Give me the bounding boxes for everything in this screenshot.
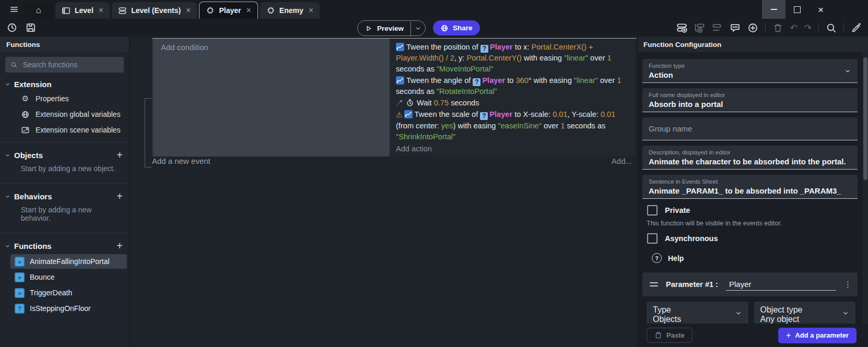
behaviors-empty-text: Start by adding a new behavior. bbox=[0, 204, 129, 229]
add-more-button[interactable]: Add... bbox=[612, 157, 632, 165]
private-checkbox[interactable] bbox=[647, 205, 658, 216]
section-objects[interactable]: Objects + bbox=[0, 149, 129, 162]
drag-handle-icon[interactable] bbox=[650, 282, 658, 286]
tab-level[interactable]: Level× bbox=[55, 2, 110, 19]
function-item-issteppingonfloor[interactable]: ?IsSteppingOnFloor bbox=[10, 301, 127, 316]
add-condition-button[interactable]: Add condition bbox=[161, 43, 208, 52]
tab-strip: Level×Level (Events)×Player×Enemy× bbox=[55, 2, 322, 19]
field-value: Action bbox=[649, 70, 851, 79]
add-behavior-button[interactable]: + bbox=[116, 191, 123, 201]
add-object-button[interactable]: + bbox=[116, 150, 123, 160]
add-circle-icon[interactable] bbox=[747, 22, 758, 33]
conditions-column[interactable]: Add condition bbox=[152, 39, 390, 157]
tab-home[interactable]: ⌂ bbox=[24, 2, 53, 19]
section-extension[interactable]: Extension bbox=[0, 79, 129, 91]
description-field[interactable]: Description, displayed in editor Animate… bbox=[642, 146, 858, 170]
field-value: Animate _PARAM1_ to be absorbed into _PA… bbox=[649, 186, 851, 195]
redo-icon[interactable]: ↷ bbox=[804, 23, 812, 32]
search-icon bbox=[10, 61, 17, 69]
event-action[interactable]: ⚠Tween the scale of ?Player to X-scale: … bbox=[396, 109, 629, 142]
type-select[interactable]: Type Objects bbox=[647, 302, 748, 324]
kebab-menu-icon[interactable]: ⋮ bbox=[844, 280, 852, 289]
action-text: Tween the position of bbox=[406, 43, 480, 51]
object-type-select[interactable]: Object type Any object bbox=[754, 302, 856, 324]
edit-extension-icon[interactable] bbox=[851, 22, 862, 33]
tab-enemy[interactable]: Enemy× bbox=[260, 2, 320, 19]
panel-body: Function type Action Full name displayed… bbox=[638, 52, 868, 324]
add-comment-icon[interactable] bbox=[730, 22, 741, 33]
sidebar-item-extension-global-variables[interactable]: Extension global variables bbox=[0, 106, 129, 122]
tab-level-events-[interactable]: Level (Events)× bbox=[112, 2, 197, 19]
field-value: Absorb into a portal bbox=[649, 100, 851, 109]
expression: 1 bbox=[607, 54, 612, 62]
sidebar-item-properties[interactable]: ⚙Properties bbox=[0, 91, 129, 106]
preview-options-button[interactable] bbox=[411, 25, 425, 32]
save-icon[interactable] bbox=[25, 22, 37, 33]
history-icon[interactable] bbox=[6, 22, 18, 33]
help-label: Help bbox=[668, 254, 684, 262]
close-tab-icon[interactable]: × bbox=[186, 6, 191, 15]
add-parameter-button[interactable]: + Add a parameter bbox=[778, 328, 857, 343]
preview-button[interactable]: Preview bbox=[357, 20, 426, 36]
parameter-name-input[interactable] bbox=[726, 278, 836, 291]
sentence-field[interactable]: Sentence in Events Sheet Animate _PARAM1… bbox=[642, 175, 858, 199]
group-name-field[interactable]: Group name bbox=[642, 117, 858, 140]
close-tab-icon[interactable]: × bbox=[99, 6, 103, 15]
add-action-button[interactable]: Add action bbox=[396, 143, 629, 154]
section-functions[interactable]: Functions + bbox=[0, 240, 129, 253]
maximize-button[interactable] bbox=[785, 0, 809, 19]
section-behaviors[interactable]: Behaviors + bbox=[0, 190, 129, 204]
parameter-label: Parameter #1 : bbox=[666, 280, 718, 289]
action-text: Wait bbox=[417, 99, 434, 107]
chevron-down-icon bbox=[415, 25, 421, 32]
event-action[interactable]: Tween the angle of ?Player to 360° with … bbox=[396, 75, 629, 97]
function-type-select[interactable]: Function type Action bbox=[642, 59, 858, 83]
function-item-bounce[interactable]: »Bounce bbox=[10, 270, 127, 284]
asynchronous-checkbox[interactable] bbox=[647, 233, 658, 244]
function-item-animatefallingintoportal[interactable]: »AnimateFallingIntoPortal bbox=[10, 254, 127, 269]
help-link[interactable]: ? Help bbox=[652, 253, 858, 263]
paste-button[interactable]: Paste bbox=[647, 328, 693, 343]
extension-items: ⚙PropertiesExtension global variablesExt… bbox=[0, 91, 129, 138]
string-value: "linear" bbox=[574, 76, 598, 85]
add-event-icon[interactable] bbox=[676, 22, 687, 33]
scrollbar-thumb[interactable] bbox=[863, 57, 867, 180]
add-other-event-icon[interactable] bbox=[712, 22, 723, 33]
string-value: yes bbox=[441, 122, 453, 130]
share-button[interactable]: Share bbox=[433, 20, 480, 35]
event-action[interactable]: Wait 0.75 seconds bbox=[396, 98, 629, 109]
function-item-triggerdeath[interactable]: »TriggerDeath bbox=[10, 285, 127, 300]
string-value: "linear" bbox=[564, 54, 588, 62]
asynchronous-label: Asynchronous bbox=[665, 234, 718, 243]
close-button[interactable]: × bbox=[809, 0, 832, 19]
preview-main[interactable]: Preview bbox=[358, 25, 410, 32]
add-new-event-button[interactable]: Add a new event bbox=[152, 157, 210, 165]
event-action[interactable]: Tween the position of ?Player to x: Port… bbox=[396, 42, 629, 75]
sidebar-item-extension-scene-variables[interactable]: Extension scene variables bbox=[0, 122, 129, 138]
section-label: Functions bbox=[14, 242, 52, 250]
warning-icon: ⚠ bbox=[396, 111, 403, 119]
action-text: Tween the angle of bbox=[406, 76, 473, 85]
section-label: Objects bbox=[14, 151, 43, 160]
tab-player[interactable]: Player× bbox=[199, 2, 257, 19]
search-functions-input[interactable] bbox=[22, 60, 119, 69]
close-tab-icon[interactable]: × bbox=[309, 6, 313, 15]
undo-icon[interactable]: ↶ bbox=[790, 23, 797, 32]
object-name: Player bbox=[482, 76, 505, 85]
chevron-down-icon bbox=[4, 81, 11, 88]
object-icon: ? bbox=[473, 78, 480, 86]
tab-label: Level bbox=[75, 6, 93, 15]
add-subevent-icon[interactable] bbox=[694, 22, 705, 33]
action-text: over bbox=[542, 122, 561, 130]
minimize-button[interactable] bbox=[762, 0, 785, 19]
event-block[interactable]: Add condition Tween the position of ?Pla… bbox=[152, 38, 637, 157]
close-tab-icon[interactable]: × bbox=[246, 6, 251, 15]
panel-scrollbar bbox=[863, 52, 868, 324]
main-menu-button[interactable] bbox=[6, 2, 22, 17]
trash-icon[interactable] bbox=[772, 22, 783, 33]
search-functions-box[interactable] bbox=[5, 57, 124, 73]
expression: 1 bbox=[560, 122, 565, 130]
search-events-icon[interactable] bbox=[826, 22, 837, 33]
full-name-field[interactable]: Full name displayed in editor Absorb int… bbox=[642, 88, 858, 112]
add-function-button[interactable]: + bbox=[116, 241, 123, 251]
